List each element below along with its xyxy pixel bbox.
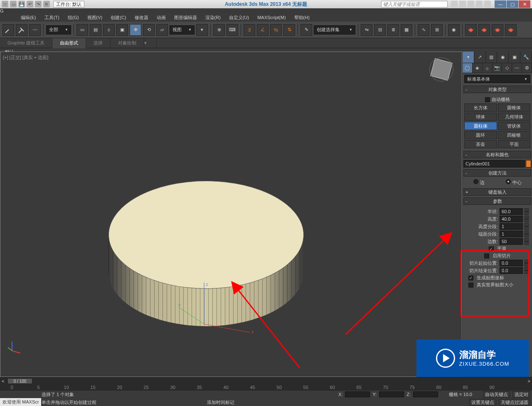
btn-cylinder[interactable]: 圆柱体: [464, 122, 497, 130]
select-move-icon[interactable]: ✥: [130, 24, 141, 36]
spinner-snap-icon[interactable]: ⇅: [283, 24, 295, 36]
select-object-icon[interactable]: ▭: [76, 24, 88, 36]
select-link-icon[interactable]: [2, 24, 14, 36]
redo-icon[interactable]: ↷: [35, 1, 42, 7]
help-search-input[interactable]: [381, 1, 448, 7]
open-icon[interactable]: ▭: [10, 1, 17, 7]
undo-icon[interactable]: ↶: [27, 1, 33, 7]
object-name-input[interactable]: [463, 160, 525, 167]
maxscript-listener-tab[interactable]: 欢迎使用 MAXScr: [0, 398, 41, 406]
layers-icon[interactable]: ≣: [387, 24, 399, 36]
subtab-geometry-icon[interactable]: ◯: [463, 63, 473, 73]
menu-customize[interactable]: 自定义(U): [225, 15, 253, 21]
autogrid-checkbox[interactable]: [485, 97, 490, 102]
btn-box[interactable]: 长方体: [464, 103, 497, 112]
radio-center[interactable]: 中心: [506, 179, 522, 186]
ribbon-expand-icon[interactable]: ▾: [144, 38, 157, 48]
help-icon[interactable]: [484, 1, 491, 7]
time-slider[interactable]: < 0 / 100 >: [0, 377, 532, 385]
rollout-parameters[interactable]: -参数: [463, 197, 531, 205]
heightsegs-spinner[interactable]: 1: [500, 223, 523, 230]
menu-maxscript[interactable]: MAXScript(M): [253, 15, 290, 20]
time-ruler[interactable]: 0 5 10 15 20 25 30 35 40 45 50 55 60 65 …: [0, 385, 532, 391]
menu-create[interactable]: 创建(C): [106, 15, 130, 21]
percent-snap-icon[interactable]: %: [270, 24, 282, 36]
radio-edge[interactable]: 边: [473, 179, 485, 186]
workspace-dropdown[interactable]: 工作台: 默认: [53, 1, 84, 7]
btn-plane[interactable]: 平面: [498, 140, 531, 148]
btn-geosphere[interactable]: 几何球体: [498, 113, 531, 121]
realworld-checkbox[interactable]: [468, 283, 473, 288]
subtab-cameras-icon[interactable]: 📷: [493, 63, 502, 73]
ref-coord-dropdown[interactable]: 视图: [170, 25, 195, 34]
curve-editor-icon[interactable]: ∿: [418, 24, 429, 36]
subtab-helpers-icon[interactable]: ◇: [502, 63, 512, 73]
time-slider-handle[interactable]: 0 / 100: [7, 378, 32, 384]
tab-create-icon[interactable]: ✦: [463, 52, 474, 63]
align-icon[interactable]: ⊟: [374, 24, 386, 36]
maximize-button[interactable]: ▢: [507, 0, 518, 8]
save-icon[interactable]: 💾: [18, 1, 25, 7]
menu-edit[interactable]: 编辑(E): [17, 15, 40, 21]
tab-display-icon[interactable]: ▣: [509, 52, 520, 63]
snap-toggle-icon[interactable]: 3: [244, 24, 255, 36]
z-readout[interactable]: [413, 391, 438, 397]
menu-tools[interactable]: 工具(T): [40, 15, 64, 21]
new-icon[interactable]: □: [2, 1, 8, 7]
unlink-icon[interactable]: [16, 24, 27, 36]
favorite-icon[interactable]: [476, 1, 483, 7]
pivot-icon[interactable]: ▾: [196, 24, 208, 36]
menu-modifiers[interactable]: 修改器: [131, 15, 153, 21]
btn-cone[interactable]: 圆锥体: [498, 103, 531, 112]
category-dropdown[interactable]: 标准基本体: [464, 75, 530, 83]
close-button[interactable]: ✕: [519, 0, 530, 8]
keyboard-shortcut-icon[interactable]: ⌨: [227, 24, 238, 36]
tab-motion-icon[interactable]: ◉: [497, 52, 509, 63]
subtab-lights-icon[interactable]: ☼: [483, 63, 493, 73]
menu-grapheditors[interactable]: 图形编辑器: [170, 15, 201, 21]
material-editor-icon[interactable]: ◉: [448, 24, 460, 36]
btn-tube[interactable]: 管状体: [498, 122, 531, 130]
ribbon-tab-selection[interactable]: 选择: [86, 38, 111, 48]
link-icon[interactable]: ⎘: [43, 1, 50, 7]
genmap-checkbox[interactable]: [468, 276, 473, 281]
x-readout[interactable]: [345, 391, 370, 397]
ribbon-toggle-icon[interactable]: ▦: [401, 24, 412, 36]
y-readout[interactable]: [379, 391, 404, 397]
tab-utilities-icon[interactable]: 🔧: [520, 52, 532, 63]
minimize-button[interactable]: —: [495, 0, 506, 8]
height-spinner[interactable]: 40.0: [500, 216, 523, 222]
subtab-systems-icon[interactable]: ⚙: [522, 63, 532, 73]
ribbon-tab-graphite[interactable]: Graphite 建模工具: [0, 38, 52, 48]
rollout-creation-method[interactable]: -创建方法: [463, 169, 531, 177]
application-button[interactable]: G: [0, 8, 532, 13]
scene-cylinder[interactable]: [108, 181, 304, 343]
menu-animation[interactable]: 动画: [153, 15, 170, 21]
menu-help[interactable]: 帮助(H): [290, 15, 314, 21]
slice-on-checkbox[interactable]: [484, 253, 489, 258]
exchange-icon[interactable]: [468, 1, 474, 7]
btn-sphere[interactable]: 球体: [464, 113, 497, 121]
viewcube[interactable]: [427, 56, 456, 85]
render-setup-icon[interactable]: 🫖: [465, 24, 477, 36]
angle-snap-icon[interactable]: ∠: [257, 24, 268, 36]
signin-icon[interactable]: [459, 1, 466, 7]
subtab-shapes-icon[interactable]: ◈: [473, 63, 483, 73]
rendered-frame-icon[interactable]: 🫖: [478, 24, 490, 36]
bind-spacewarp-icon[interactable]: 〰: [29, 24, 41, 36]
rollout-object-type[interactable]: -对象类型: [463, 86, 531, 93]
rollout-keyboard-entry[interactable]: +键盘输入: [463, 188, 531, 196]
search-icon[interactable]: [451, 1, 458, 7]
window-crossing-icon[interactable]: ▣: [116, 24, 128, 36]
btn-pyramid[interactable]: 四棱锥: [498, 131, 531, 139]
select-rotate-icon[interactable]: ⟲: [143, 24, 155, 36]
sides-spinner[interactable]: 50: [500, 238, 523, 245]
viewport-label[interactable]: [+] [正交] [真实 + 边面]: [3, 54, 48, 61]
selection-filter-dropdown[interactable]: 全部: [46, 25, 71, 34]
radius-spinner[interactable]: 60.0: [500, 208, 523, 215]
setkey-button[interactable]: 设置关键点: [469, 399, 496, 406]
autokey-button[interactable]: 自动关键点: [483, 391, 510, 398]
btn-teapot[interactable]: 茶壶: [464, 140, 497, 148]
subtab-spacewarps-icon[interactable]: 〰: [512, 63, 522, 73]
slice-to-spinner[interactable]: 0.0: [500, 267, 523, 274]
